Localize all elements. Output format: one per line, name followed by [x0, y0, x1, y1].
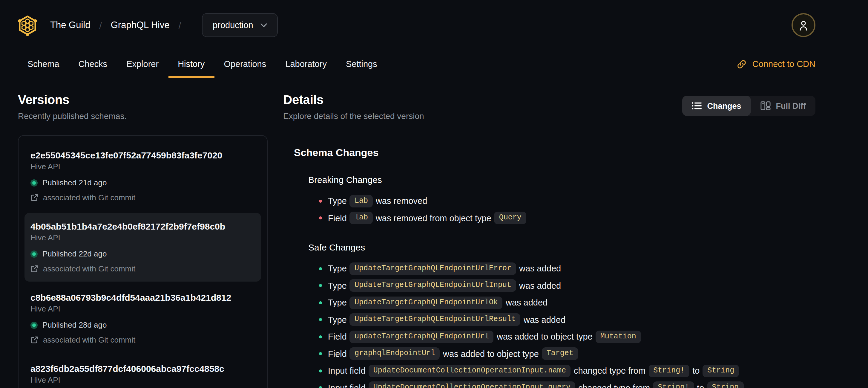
external-link-icon [30, 194, 38, 202]
tab-checks[interactable]: Checks [69, 50, 117, 78]
code-chip: UpdateDocumentCollectionOperationInput.q… [369, 382, 575, 388]
change-item: Field lab was removed from object type Q… [319, 210, 815, 227]
code-chip: updateTargetGraphQLEndpointUrl [350, 331, 494, 343]
change-text: was added [519, 281, 561, 291]
code-chip: UpdateTargetGraphQLEndpointUrlResult [350, 314, 521, 326]
breaking-bullet-icon [319, 217, 322, 220]
version-list-item[interactable]: e2e55045345ce13fe07f52a77459b83fa3fe7020… [25, 142, 261, 210]
change-text: Type [328, 264, 347, 273]
code-chip: lab [350, 212, 373, 225]
breadcrumb-org[interactable]: The Guild [50, 20, 90, 30]
safe-bullet-icon [319, 387, 322, 388]
change-group-title: Breaking Changes [308, 175, 815, 185]
tab-schema[interactable]: Schema [18, 50, 69, 78]
change-list: Type Lab was removedField lab was remove… [308, 192, 815, 227]
connect-to-cdn-link[interactable]: Connect to CDN [737, 50, 815, 78]
version-list-item[interactable]: c8b6e88a06793b9c4dfd54aaa21b36a1b421d812… [25, 284, 261, 353]
change-text: changed type from [574, 366, 646, 376]
tab-settings[interactable]: Settings [336, 50, 387, 78]
change-text: Input field [328, 383, 366, 388]
target-selector[interactable]: production [202, 13, 278, 37]
tab-operations[interactable]: Operations [214, 50, 276, 78]
changes-view-label: Changes [707, 101, 741, 110]
safe-bullet-icon [319, 335, 322, 338]
versions-panel: Versions Recently published schemas. e2e… [18, 93, 268, 388]
version-service: Hive API [30, 233, 254, 242]
full-diff-view-button[interactable]: Full Diff [751, 96, 816, 116]
change-text: Type [328, 197, 347, 206]
changes-view-button[interactable]: Changes [682, 96, 751, 116]
change-text: to [697, 383, 704, 388]
change-text: Type [328, 298, 347, 307]
target-selector-value: production [213, 20, 253, 30]
version-hash: c8b6e88a06793b9c4dfd54aaa21b36a1b421d812 [30, 292, 254, 302]
change-item: Type Lab was removed [319, 192, 815, 210]
code-chip: String! [653, 382, 694, 388]
change-text: Field [328, 332, 347, 342]
code-chip: graphqlEndpointUrl [350, 348, 440, 360]
change-item: Type UpdateTargetGraphQLEndpointUrlInput… [319, 277, 815, 294]
git-commit-label: associated with Git commit [43, 335, 135, 345]
git-commit-link[interactable]: associated with Git commit [30, 335, 254, 345]
tab-explorer[interactable]: Explorer [117, 50, 168, 78]
details-title: Details [283, 93, 424, 107]
change-item: Input field UpdateDocumentCollectionOper… [319, 362, 815, 379]
breadcrumb-separator: / [99, 20, 101, 30]
tab-history[interactable]: History [168, 50, 214, 78]
nav-tabs: SchemaChecksExplorerHistoryOperationsLab… [0, 50, 868, 78]
hive-logo-icon[interactable] [18, 14, 37, 36]
tab-laboratory[interactable]: Laboratory [276, 50, 336, 78]
change-text: Type [328, 281, 347, 291]
safe-bullet-icon [319, 352, 322, 355]
chevron-down-icon [260, 23, 267, 27]
topbar: The Guild / GraphQL Hive / production [0, 0, 868, 50]
version-hash: e2e55045345ce13fe07f52a77459b83fa3fe7020 [30, 150, 254, 160]
git-commit-link[interactable]: associated with Git commit [30, 193, 254, 202]
safe-bullet-icon [319, 284, 322, 287]
external-link-icon [30, 265, 38, 273]
change-text: to [692, 366, 700, 376]
version-service: Hive API [30, 376, 254, 384]
change-item: Input field UpdateDocumentCollectionOper… [319, 379, 815, 388]
split-columns-icon [761, 101, 771, 111]
external-link-icon [30, 336, 38, 344]
published-status-dot-icon [32, 252, 36, 256]
version-list-item[interactable]: 4b05ab51b1b4a7e2e4b0ef82172f2b9f7ef98c0b… [25, 213, 261, 281]
breadcrumb-separator: / [179, 20, 181, 30]
change-item: Field graphqlEndpointUrl was added to ob… [319, 345, 815, 362]
version-published-row: Published 28d ago [30, 321, 254, 329]
code-chip: UpdateTargetGraphQLEndpointUrlInput [350, 279, 516, 292]
code-chip: String! [648, 365, 689, 377]
breaking-bullet-icon [319, 200, 322, 203]
nav-tabs-group: SchemaChecksExplorerHistoryOperationsLab… [18, 50, 387, 78]
git-commit-label: associated with Git commit [43, 264, 135, 273]
change-text: was added [519, 264, 561, 273]
safe-bullet-icon [319, 267, 322, 270]
change-text: was added to object type [497, 332, 593, 342]
version-published-label: Published 28d ago [42, 321, 106, 329]
change-text: Type [328, 315, 347, 325]
code-chip: Lab [350, 195, 373, 207]
change-group-title: Safe Changes [308, 242, 815, 252]
change-text: was added [524, 315, 565, 325]
published-status-dot-icon [32, 181, 36, 184]
schema-changes-groups: Breaking ChangesType Lab was removedFiel… [294, 175, 815, 388]
versions-list: e2e55045345ce13fe07f52a77459b83fa3fe7020… [18, 135, 268, 388]
code-chip: Query [494, 212, 526, 225]
version-published-label: Published 21d ago [42, 178, 106, 187]
change-text: Field [328, 349, 347, 359]
change-item: Type UpdateTargetGraphQLEndpointUrlOk wa… [319, 294, 815, 311]
version-service: Hive API [30, 304, 254, 313]
details-panel: Details Explore details of the selected … [283, 93, 815, 388]
connect-to-cdn-label: Connect to CDN [752, 59, 815, 69]
version-published-label: Published 22d ago [42, 249, 106, 258]
published-status-dot-icon [32, 323, 36, 327]
change-text: was removed from object type [376, 213, 491, 223]
version-service: Hive API [30, 162, 254, 171]
version-list-item[interactable]: a823f6db2a55df877dcf406006abca97fcc4858c… [25, 355, 261, 388]
git-commit-link[interactable]: associated with Git commit [30, 264, 254, 273]
user-avatar-button[interactable] [792, 13, 815, 37]
change-text: changed type from [578, 383, 650, 388]
breadcrumb-project[interactable]: GraphQL Hive [111, 20, 169, 30]
git-commit-label: associated with Git commit [43, 193, 135, 202]
